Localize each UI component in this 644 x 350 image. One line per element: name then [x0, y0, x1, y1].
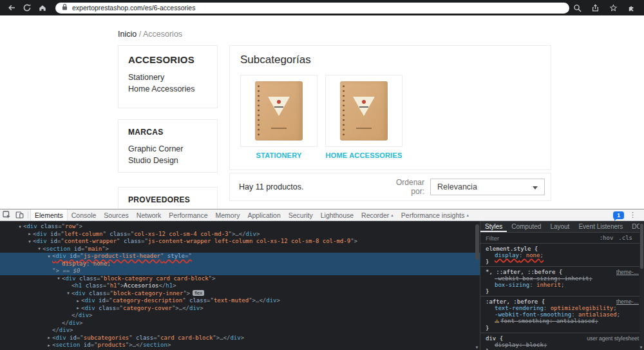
devtools-tab-console[interactable]: Console: [68, 209, 100, 220]
dom-tree-row[interactable]: ▾<div id="js-product-list-header" style=…: [0, 253, 480, 260]
css-selector[interactable]: element.style {: [486, 246, 538, 252]
extensions-puzzle-icon[interactable]: [626, 3, 636, 13]
expand-arrow-icon[interactable]: ▸: [46, 342, 52, 350]
devtools-tab-elements[interactable]: Elements: [30, 209, 68, 220]
inspect-element-icon[interactable]: [0, 209, 13, 220]
collapse-arrow-icon[interactable]: ▾: [65, 290, 71, 298]
back-button[interactable]: [5, 1, 18, 14]
bookmark-star-icon[interactable]: [608, 3, 618, 13]
url-text: expertoprestashop.com/es/6-accessories: [72, 4, 195, 12]
scrollbar-thumb[interactable]: [640, 224, 643, 269]
styles-scrollbar[interactable]: ▾: [639, 221, 644, 350]
subcategory-tile-stationery[interactable]: STATIONERY: [240, 75, 317, 159]
subcategory-label[interactable]: HOME ACCESSORIES: [325, 151, 402, 159]
css-property[interactable]: -webkit-box-sizing: inherit;: [486, 275, 639, 282]
toolbar-divider: [28, 211, 28, 219]
brand-link-studio-design[interactable]: Studio Design: [128, 156, 207, 165]
dom-tree-row[interactable]: ▸<div id="subcategories" class="card car…: [0, 335, 480, 342]
dom-tree-row[interactable]: </div>: [0, 312, 480, 320]
devtools-tab-performance[interactable]: Performance: [165, 209, 211, 220]
home-icon: [38, 3, 47, 12]
dom-tree-row[interactable]: display: none;: [0, 260, 480, 268]
scroll-down-arrow-icon[interactable]: ▾: [474, 345, 480, 350]
browser-toolbar: expertoprestashop.com/es/6-accessories: [0, 0, 644, 15]
styles-tab-styles[interactable]: Styles: [480, 221, 507, 232]
css-selector[interactable]: :after, :before {: [486, 298, 545, 305]
expand-arrow-icon[interactable]: ▸: [75, 298, 81, 306]
dom-tree-row[interactable]: ▸<div id="category-description" class="t…: [0, 297, 480, 305]
notebook-illustration: [340, 81, 388, 141]
dom-tree-row[interactable]: ▸<div id="left-column" class="col-xs-12 …: [0, 231, 480, 238]
brand-link-graphic-corner[interactable]: Graphic Corner: [128, 144, 207, 153]
dom-tree-row[interactable]: "> == $0: [0, 267, 480, 275]
expand-arrow-icon[interactable]: ▸: [26, 231, 33, 238]
breadcrumb: Inicio / Accesorios: [118, 30, 182, 39]
css-property[interactable]: -webkit-font-smoothing: antialiased;: [486, 311, 639, 318]
css-selector[interactable]: div {: [486, 335, 503, 342]
stylesheet-source-link: user agent stylesheet: [582, 335, 639, 342]
dom-tree-row[interactable]: ▾<div class="row">: [0, 223, 480, 231]
css-property[interactable]: ⚠font-smoothing: antialiased;: [486, 318, 639, 325]
styles-tab-computed[interactable]: Computed: [507, 221, 545, 232]
devtools-body: ▾<div class="row">▸<div id="left-column"…: [0, 221, 644, 350]
subcategory-image: [325, 75, 402, 147]
collapse-arrow-icon[interactable]: ▾: [46, 253, 52, 261]
devtools-tab-application[interactable]: Application: [243, 209, 284, 220]
styles-tab-layout[interactable]: Layout: [545, 221, 574, 232]
collapse-arrow-icon[interactable]: ▾: [26, 238, 33, 246]
sort-select[interactable]: Relevancia: [430, 179, 545, 195]
collapse-arrow-icon[interactable]: ▾: [17, 224, 23, 231]
dom-tree-row[interactable]: ▾<div class="block-category-inner">flex: [0, 290, 480, 298]
screen: expertoprestashop.com/es/6-accessories I…: [0, 0, 644, 350]
scrollbar-thumb[interactable]: [475, 224, 479, 260]
devtools-tab-security[interactable]: Security: [285, 209, 317, 220]
dom-tree-row[interactable]: ▸<div class="category-cover">…</div>: [0, 305, 480, 313]
category-link-home-accessories[interactable]: Home Accessories: [128, 84, 207, 93]
category-link-stationery[interactable]: Stationery: [128, 73, 207, 82]
collapse-arrow-icon[interactable]: ▾: [36, 246, 43, 253]
styles-tab-event-listeners[interactable]: Event Listeners: [574, 221, 627, 232]
flex-badge[interactable]: flex: [193, 290, 204, 296]
dom-tree-row[interactable]: ▸<section id="products">…</section>: [0, 342, 480, 349]
dom-tree-row[interactable]: ▾<div id="content-wrapper" class="js-con…: [0, 238, 480, 246]
home-button[interactable]: [36, 1, 49, 14]
dom-tree-row[interactable]: ▾<section id="main">: [0, 246, 480, 253]
expand-arrow-icon[interactable]: ▸: [75, 305, 81, 313]
devtools-tab-performance-insights[interactable]: Performance insights▴: [397, 209, 473, 220]
device-toolbar-icon[interactable]: [13, 209, 26, 220]
issues-badge[interactable]: 1: [613, 211, 624, 219]
stylesheet-source-link[interactable]: theme-…: [611, 269, 639, 275]
scroll-down-arrow-icon[interactable]: ▾: [638, 345, 644, 350]
expand-arrow-icon[interactable]: ▸: [46, 335, 52, 342]
css-property[interactable]: display: none;: [486, 252, 639, 258]
pseudo-state-toggle[interactable]: :hov: [600, 235, 614, 241]
share-icon[interactable]: [590, 3, 600, 13]
search-icon[interactable]: [572, 3, 582, 13]
dom-tree-row[interactable]: ▾<div class="block-category card card-bl…: [0, 275, 480, 283]
dom-tree-row[interactable]: </div>: [0, 320, 480, 327]
stylesheet-source-link[interactable]: theme-…: [611, 298, 639, 305]
warning-icon: ⚠: [495, 318, 499, 324]
devtools-tab-network[interactable]: Network: [133, 209, 166, 220]
collapse-arrow-icon[interactable]: ▾: [55, 275, 62, 283]
devtools-tab-memory[interactable]: Memory: [211, 209, 243, 220]
subcategory-label[interactable]: STATIONERY: [240, 151, 317, 159]
devtools-tab-lighthouse[interactable]: Lighthouse: [317, 209, 357, 220]
css-property[interactable]: box-sizing: inherit;: [486, 282, 639, 288]
devtools-menu-icon[interactable]: ⋮: [629, 211, 636, 219]
devtools-tab-sources[interactable]: Sources: [100, 209, 133, 220]
breadcrumb-home-link[interactable]: Inicio: [118, 30, 137, 39]
devtools-tab-recorder[interactable]: Recorder▴: [357, 209, 397, 220]
css-property[interactable]: text-rendering: optimizelegibility;: [486, 305, 639, 311]
reload-button[interactable]: [21, 1, 33, 14]
dom-tree-scrollbar[interactable]: ▾: [474, 221, 480, 350]
styles-filter-input[interactable]: Filter: [486, 235, 499, 242]
lock-icon: [61, 3, 68, 14]
dom-tree-row[interactable]: <h1 class="h1">Accesorios</h1>: [0, 282, 480, 290]
css-selector[interactable]: *, ::after, ::before {: [486, 269, 562, 275]
subcategory-tile-home-accessories[interactable]: HOME ACCESSORIES: [325, 75, 402, 159]
css-property[interactable]: display: block;: [486, 342, 639, 348]
address-bar[interactable]: expertoprestashop.com/es/6-accessories: [55, 3, 569, 14]
class-toggle[interactable]: .cls: [618, 235, 632, 241]
dom-tree-row[interactable]: </div>: [0, 327, 480, 335]
